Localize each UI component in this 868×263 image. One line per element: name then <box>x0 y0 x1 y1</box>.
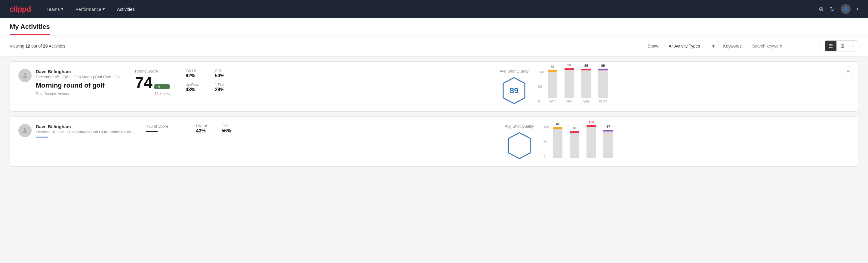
nav-teams[interactable]: Teams ▾ <box>45 6 65 12</box>
gir-stat-2: GIR 56% <box>221 124 231 134</box>
user-name-2: Dave Billingham <box>36 124 131 129</box>
view-list-compact[interactable]: ☰ <box>825 40 837 51</box>
bar-chart-1: 100 50 0 85 <box>538 70 623 103</box>
score-line-2 <box>146 131 158 132</box>
viewing-count-text: Viewing 12 out of 29 Activities <box>10 43 643 49</box>
gir-label-2: GIR <box>221 124 231 128</box>
view-grid[interactable]: ⊞ <box>837 40 848 51</box>
gir-value: 50% <box>215 73 224 79</box>
fw-hit-stat-2: FW Hit 43% <box>196 124 207 134</box>
bar-ott-accent <box>548 70 557 71</box>
bar-putt-value: 89 <box>601 64 605 67</box>
gridline-bot <box>545 103 610 103</box>
viewing-total: 29 <box>43 43 48 49</box>
round-score-label-2: Round Score <box>146 124 182 128</box>
user-date-1: December 05, 2021 · Gog Magog Golf Club … <box>36 75 121 79</box>
bar-2-putt: 87 <box>603 125 613 158</box>
stats-section-1: Round Score 74 +4 18 Holes FW Hit 62% <box>121 69 500 97</box>
quality-left: Avg Shot Quality 89 <box>500 69 529 104</box>
bar-ott: 85 OTT <box>548 65 557 103</box>
score-badge: +4 <box>154 84 169 89</box>
activity-type-select-wrapper[interactable]: All Activity Types <box>664 41 718 51</box>
svg-point-0 <box>24 73 26 76</box>
card-top-2: Dave Billingham October 16, 2021 · Gog M… <box>18 124 850 159</box>
mini-stats-2: FW Hit 43% <box>196 124 207 134</box>
activity-type-select[interactable]: All Activity Types <box>664 41 718 51</box>
logo[interactable]: clippd <box>10 4 31 14</box>
user-info-2: Dave Billingham October 16, 2021 · Gog M… <box>36 124 131 140</box>
view-list-wide[interactable]: ≡ <box>848 40 858 51</box>
viewing-number: 12 <box>26 43 30 49</box>
bar-app: 90 APP <box>564 63 574 103</box>
fw-hit-label-2: FW Hit <box>196 124 207 128</box>
bar-putt: 89 PUTT <box>598 64 608 103</box>
bar-2-arg: 106 <box>587 120 596 158</box>
bar-app-accent <box>564 68 574 70</box>
score-extras: +4 18 Holes <box>154 84 169 96</box>
bar-arg: 89 ARG <box>581 64 591 103</box>
mini-stats-gir-2: GIR 56% <box>221 124 231 134</box>
show-label: Show: <box>648 43 659 49</box>
activity-title-1: Morning round of golf <box>36 82 121 89</box>
add-icon[interactable]: ⊕ <box>819 5 824 12</box>
chart-bars-2: 94 83 <box>550 125 615 158</box>
bar-putt-accent <box>598 68 608 70</box>
round-score-stat-2: Round Score <box>146 124 182 132</box>
nav-activities[interactable]: Activities <box>116 7 136 12</box>
mini-stats-1: FW Hit 62% Up/Down 43% <box>186 69 200 92</box>
bar-chart-2: 100 50 0 94 <box>544 125 628 158</box>
score-value: 74 <box>135 75 153 90</box>
gir-label: GIR <box>215 69 224 73</box>
activity-card-2: Dave Billingham October 16, 2021 · Gog M… <box>10 116 858 167</box>
fw-hit-stat: FW Hit 62% <box>186 69 200 79</box>
filter-bar: Viewing 12 out of 29 Activities Show: Al… <box>0 35 868 57</box>
refresh-icon[interactable]: ↻ <box>830 5 835 12</box>
round-score-stat: Round Score 74 +4 18 Holes <box>135 69 171 97</box>
avatar-1 <box>18 69 32 82</box>
activity-card-1: ✏ Dave Billingham December 05, 2021 · Go… <box>10 61 858 112</box>
quality-label-1: Avg Shot Quality <box>500 69 529 74</box>
page-title: My Activities <box>10 23 50 35</box>
one-putt-value: 28% <box>215 87 224 92</box>
svg-point-2 <box>24 128 26 130</box>
search-input[interactable] <box>748 41 820 51</box>
page-header: My Activities <box>0 18 868 35</box>
up-down-stat: Up/Down 43% <box>186 83 200 92</box>
quality-left-2: Avg Shot Quality <box>505 124 534 159</box>
view-toggle-group: ☰ ⊞ ≡ <box>825 40 858 52</box>
user-date-2: October 16, 2021 · Gog Magog Golf Club ·… <box>36 130 131 134</box>
user-menu-icon[interactable]: ▾ <box>857 7 858 11</box>
up-down-label: Up/Down <box>186 83 200 87</box>
fw-hit-label: FW Hit <box>186 69 200 73</box>
hexagon-wrapper-1: 89 <box>500 77 529 104</box>
gir-stat: GIR 50% <box>215 69 224 79</box>
activities-list: ✏ Dave Billingham December 05, 2021 · Go… <box>0 61 868 181</box>
nav-right-actions: ⊕ ↻ 👤 ▾ <box>819 4 858 14</box>
bar-2-ott: 94 <box>553 122 562 158</box>
hex-score-1: 89 <box>510 86 519 95</box>
nav-performance[interactable]: Performance ▾ <box>74 6 106 12</box>
up-down-value: 43% <box>186 87 200 92</box>
chart-inner-2: 100 50 0 94 <box>544 125 628 158</box>
fw-hit-value-2: 43% <box>196 128 207 134</box>
fw-hit-value: 62% <box>186 73 200 79</box>
round-score-main: 74 +4 18 Holes <box>135 75 171 97</box>
user-info-1: Dave Billingham December 05, 2021 · Gog … <box>36 69 121 96</box>
svg-marker-3 <box>508 133 530 158</box>
chart-yaxis: 100 50 0 <box>538 70 545 103</box>
gir-value-2: 56% <box>221 128 231 134</box>
hexagon-wrapper-2 <box>505 132 534 159</box>
user-section-2: Dave Billingham October 16, 2021 · Gog M… <box>18 124 131 140</box>
hexagon-1: 89 <box>502 77 526 104</box>
chart-yaxis-2: 100 50 0 <box>544 125 550 158</box>
user-name-1: Dave Billingham <box>36 69 121 74</box>
user-avatar[interactable]: 👤 <box>841 4 850 14</box>
navbar: clippd Teams ▾ Performance ▾ Activities … <box>0 0 868 18</box>
mini-stats-gir: GIR 50% 1 Putt 28% <box>215 69 224 92</box>
edit-button-1[interactable]: ✏ <box>844 66 853 76</box>
chart-inner: 100 50 0 85 <box>538 70 623 103</box>
bar-app-value: 90 <box>567 63 571 67</box>
round-score-label: Round Score <box>135 69 171 74</box>
card-top-1: Dave Billingham December 05, 2021 · Gog … <box>18 69 850 104</box>
one-putt-stat: 1 Putt 28% <box>215 83 224 92</box>
